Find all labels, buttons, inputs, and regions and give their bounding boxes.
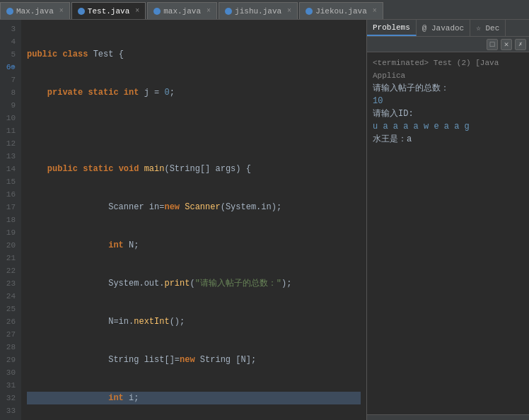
ln-34: 34 [3, 417, 16, 420]
console-line-1: 请输入帖子的总数： [373, 82, 523, 95]
close-panel-button[interactable]: ✕ [501, 39, 512, 50]
tab-jishu-java-label: jishu.java [235, 7, 281, 16]
ln-13: 13 [3, 150, 16, 163]
ln-3: 3 [3, 23, 16, 35]
ln-9: 9 [3, 99, 16, 112]
right-tab-javadoc-label: @ Javadoc [422, 24, 464, 33]
ln-5: 5 [3, 48, 16, 61]
code-line-3: public class Test { [27, 48, 361, 61]
tab-test-java[interactable]: Test.java × [71, 2, 146, 19]
console-output[interactable]: <terminated> Test (2) [Java Applica 请输入帖… [367, 52, 529, 414]
console-line-4: u a a a a w e a a g [373, 120, 523, 133]
console-line-5: 水王是：a [373, 133, 523, 146]
right-panel-tabs: Problems @ Javadoc ☆ Dec [367, 20, 529, 37]
right-panel-toolbar: □ ✕ ✗ [367, 37, 529, 52]
code-content[interactable]: public class Test { private static int j… [21, 20, 366, 420]
tab-max-java-2-label: max.java [163, 7, 201, 16]
console-line-3: 请输入ID: [373, 107, 523, 120]
ln-17: 17 [3, 201, 16, 214]
ln-19: 19 [3, 226, 16, 239]
tab-max-java-2[interactable]: max.java × [147, 2, 217, 19]
right-tab-javadoc[interactable]: @ Javadoc [417, 20, 470, 36]
java-icon-2 [78, 8, 85, 15]
code-line-11: String list[]=new String [N]; [27, 354, 361, 366]
right-tab-problems-label: Problems [373, 23, 410, 32]
line-numbers: 3 4 5 6⊕ 7 8 9 10 11 12 13 14 15 16 17 1… [0, 20, 21, 420]
ln-12: 12 [3, 137, 16, 150]
java-icon [6, 8, 13, 15]
ln-16: 16 [3, 188, 16, 201]
ln-23: 23 [3, 277, 16, 290]
tab-max-java-label: Max.java [16, 7, 54, 16]
ln-15: 15 [3, 175, 16, 188]
tab-test-java-close[interactable]: × [135, 7, 139, 15]
console-line-2: 10 [373, 95, 523, 107]
code-line-12: int i; [27, 392, 361, 404]
pin-button[interactable]: ✗ [515, 39, 526, 50]
ln-31: 31 [3, 379, 16, 392]
ln-20: 20 [3, 239, 16, 252]
ln-8: 8 [3, 86, 16, 99]
ln-27: 27 [3, 328, 16, 341]
right-panel: Problems @ Javadoc ☆ Dec □ ✕ ✗ <terminat… [366, 20, 529, 420]
right-tab-dec[interactable]: ☆ Dec [470, 20, 506, 36]
app-window: Max.java × Test.java × max.java × jishu.… [0, 0, 529, 420]
ln-18: 18 [3, 214, 16, 226]
java-icon-4 [225, 8, 232, 15]
java-icon-3 [153, 8, 161, 15]
ln-26: 26 [3, 315, 16, 328]
minimize-button[interactable]: □ [487, 39, 498, 50]
ln-10: 10 [3, 112, 16, 124]
ln-7: 7 [3, 74, 16, 86]
tab-jiekou-java-label: Jiekou.java [315, 7, 367, 16]
tab-max-java[interactable]: Max.java × [0, 2, 70, 19]
code-line-8: int N; [27, 239, 361, 252]
code-line-4: private static int j = 0; [27, 86, 361, 99]
ln-28: 28 [3, 341, 16, 354]
console-terminated-line: <terminated> Test (2) [Java Applica [373, 57, 523, 82]
ln-33: 33 [3, 404, 16, 417]
code-container: 3 4 5 6⊕ 7 8 9 10 11 12 13 14 15 16 17 1… [0, 20, 366, 420]
code-line-6: public static void main(String[] args) { [27, 163, 361, 175]
ln-21: 21 [3, 252, 16, 264]
tab-jiekou-java[interactable]: Jiekou.java × [299, 2, 383, 19]
editor-area[interactable]: 3 4 5 6⊕ 7 8 9 10 11 12 13 14 15 16 17 1… [0, 20, 366, 420]
main-layout: 3 4 5 6⊕ 7 8 9 10 11 12 13 14 15 16 17 1… [0, 20, 529, 420]
console-scrollbar[interactable] [367, 414, 529, 420]
ln-30: 30 [3, 366, 16, 379]
tab-max-java-2-close[interactable]: × [207, 7, 211, 15]
ln-22: 22 [3, 264, 16, 277]
ln-11: 11 [3, 124, 16, 137]
tab-bar: Max.java × Test.java × max.java × jishu.… [0, 0, 529, 20]
ln-32: 32 [3, 392, 16, 404]
right-tab-problems[interactable]: Problems [367, 20, 417, 36]
ln-25: 25 [3, 303, 16, 315]
code-line-7: Scanner in=new Scanner(System.in); [27, 201, 361, 214]
tab-jiekou-java-close[interactable]: × [373, 7, 377, 15]
tab-max-java-close[interactable]: × [59, 7, 64, 15]
ln-29: 29 [3, 354, 16, 366]
tab-jishu-java-close[interactable]: × [287, 7, 291, 15]
code-line-9: System.out.print("请输入帖子的总数："); [27, 277, 361, 290]
ln-4: 4 [3, 35, 16, 48]
tab-test-java-label: Test.java [88, 7, 129, 16]
code-line-5 [27, 124, 361, 137]
ln-14: 14 [3, 163, 16, 175]
ln-6: 6⊕ [3, 61, 16, 74]
ln-24: 24 [3, 290, 16, 303]
code-line-10: N=in.nextInt(); [27, 315, 361, 328]
right-tab-dec-label: ☆ Dec [476, 23, 499, 33]
tab-jishu-java[interactable]: jishu.java × [219, 2, 298, 19]
java-icon-5 [306, 8, 313, 15]
